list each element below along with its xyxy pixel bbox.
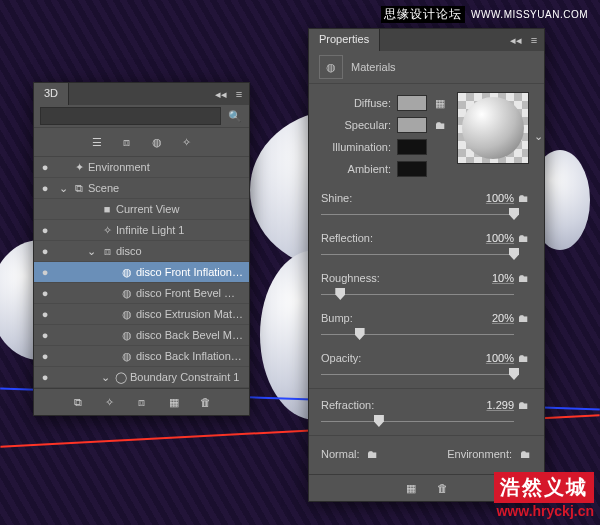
tree-item-label: disco Back Inflation Mate... xyxy=(136,350,243,362)
swatch-ambient[interactable] xyxy=(397,161,427,177)
visibility-icon[interactable]: ● xyxy=(34,266,56,278)
tab-3d[interactable]: 3D xyxy=(34,83,69,105)
tree-row[interactable]: ●◍disco Extrusion Material xyxy=(34,304,249,325)
item-type-icon: ◯ xyxy=(112,371,130,384)
folder-refraction-icon[interactable]: 🖿 xyxy=(514,399,532,411)
footer-render-icon[interactable]: ▦ xyxy=(403,480,419,496)
visibility-icon[interactable]: ● xyxy=(34,308,56,320)
twisty-icon[interactable]: ⌄ xyxy=(56,182,70,195)
slider-label: Roughness: xyxy=(321,272,464,284)
slider-label: Bump: xyxy=(321,312,464,324)
tree-item-label: disco Front Inflation Mat... xyxy=(136,266,243,278)
visibility-icon[interactable]: ● xyxy=(34,182,56,194)
label-illumination: Illumination: xyxy=(321,141,391,153)
visibility-icon[interactable]: ● xyxy=(34,245,56,257)
item-type-icon: ◍ xyxy=(118,350,136,363)
slider-track[interactable] xyxy=(321,328,514,340)
filter-material-icon[interactable]: ◍ xyxy=(149,134,165,150)
folder-icon[interactable]: 🖿 xyxy=(514,232,532,244)
footer-light-icon[interactable]: ✧ xyxy=(102,394,118,410)
trash-icon[interactable]: 🗑 xyxy=(435,480,451,496)
slider-value[interactable]: 20% xyxy=(464,312,514,324)
slider-track[interactable] xyxy=(321,208,514,220)
tab-properties[interactable]: Properties xyxy=(309,29,380,51)
search-icon[interactable]: 🔍 xyxy=(227,108,243,124)
panel-properties-tabbar: Properties ◂◂ ≡ xyxy=(309,29,544,51)
item-type-icon: ⧉ xyxy=(70,182,88,195)
tree-row[interactable]: ●✦Environment xyxy=(34,157,249,178)
tree-row[interactable]: ■Current View xyxy=(34,199,249,220)
slider-track[interactable] xyxy=(321,248,514,260)
visibility-icon[interactable]: ● xyxy=(34,161,56,173)
folder-normal-icon[interactable]: 🖿 xyxy=(366,447,380,461)
filter-mesh-icon[interactable]: ⧈ xyxy=(119,134,135,150)
value-refraction[interactable]: 1.299 xyxy=(464,399,514,411)
slider-track[interactable] xyxy=(321,368,514,380)
footer-camera-icon[interactable]: ⧈ xyxy=(134,394,150,410)
footer-render-icon[interactable]: ▦ xyxy=(166,394,182,410)
slider-value[interactable]: 100% xyxy=(464,192,514,204)
trash-icon[interactable]: 🗑 xyxy=(198,394,214,410)
search-3d: 🔍 xyxy=(34,105,249,128)
visibility-icon[interactable]: ● xyxy=(34,371,56,383)
swatch-diffuse[interactable] xyxy=(397,95,427,111)
material-preview[interactable] xyxy=(457,92,529,164)
search-input-3d[interactable] xyxy=(40,107,221,125)
texture-diffuse-icon[interactable]: ▦ xyxy=(433,96,447,110)
folder-environment-icon[interactable]: 🖿 xyxy=(518,447,532,461)
item-type-icon: ■ xyxy=(98,203,116,215)
filter-light-icon[interactable]: ✧ xyxy=(179,134,195,150)
tree-row[interactable]: ●⌄⧉Scene xyxy=(34,178,249,199)
label-refraction: Refraction: xyxy=(321,399,464,411)
watermark-top-en: WWW.MISSYUAN.COM xyxy=(471,9,588,20)
tree-item-label: disco Back Bevel Material xyxy=(136,329,243,341)
slider-refraction[interactable] xyxy=(321,415,514,427)
panel-3d: 3D ◂◂ ≡ 🔍 ☰ ⧈ ◍ ✧ ●✦Environment●⌄⧉Scene■… xyxy=(33,82,250,416)
slider-value[interactable]: 100% xyxy=(464,352,514,364)
filter-all-icon[interactable]: ☰ xyxy=(89,134,105,150)
item-type-icon: ◍ xyxy=(118,287,136,300)
slider-label: Reflection: xyxy=(321,232,464,244)
visibility-icon[interactable]: ● xyxy=(34,350,56,362)
folder-icon[interactable]: 🖿 xyxy=(514,192,532,204)
tree-item-label: disco Front Bevel Material xyxy=(136,287,243,299)
panel-properties: Properties ◂◂ ≡ ◍ Materials Diffuse: ▦ S… xyxy=(308,28,545,502)
tree-item-label: disco xyxy=(116,245,243,257)
menu-icon[interactable]: ≡ xyxy=(233,88,245,100)
swatch-illumination[interactable] xyxy=(397,139,427,155)
tree-3d: ●✦Environment●⌄⧉Scene■Current View●✧Infi… xyxy=(34,157,249,388)
folder-icon[interactable]: 🖿 xyxy=(514,352,532,364)
label-diffuse: Diffuse: xyxy=(321,97,391,109)
tree-item-label: Scene xyxy=(88,182,243,194)
collapse-icon[interactable]: ◂◂ xyxy=(510,34,522,47)
tree-row[interactable]: ●◍disco Back Inflation Mate... xyxy=(34,346,249,367)
tree-row[interactable]: ●◍disco Front Bevel Material xyxy=(34,283,249,304)
tree-item-label: Environment xyxy=(88,161,243,173)
twisty-icon[interactable]: ⌄ xyxy=(84,245,98,258)
slider-value[interactable]: 10% xyxy=(464,272,514,284)
section-title: Materials xyxy=(351,61,396,73)
visibility-icon[interactable]: ● xyxy=(34,329,56,341)
twisty-icon[interactable]: ⌄ xyxy=(98,371,112,384)
folder-icon[interactable]: 🖿 xyxy=(514,312,532,324)
preview-dropdown-icon[interactable]: ⌄ xyxy=(531,129,545,143)
slider-track[interactable] xyxy=(321,288,514,300)
panel-3d-tabbar: 3D ◂◂ ≡ xyxy=(34,83,249,105)
tree-row[interactable]: ●⌄◯Boundary Constraint 1 xyxy=(34,367,249,388)
swatch-specular[interactable] xyxy=(397,117,427,133)
tree-row[interactable]: ●⌄⧈disco xyxy=(34,241,249,262)
tree-row[interactable]: ●✧Infinite Light 1 xyxy=(34,220,249,241)
folder-icon[interactable]: 🖿 xyxy=(514,272,532,284)
watermark-bottom-right: 浩然义城 www.hryckj.cn xyxy=(494,472,594,519)
visibility-icon[interactable]: ● xyxy=(34,224,56,236)
tree-row[interactable]: ●◍disco Front Inflation Mat... xyxy=(34,262,249,283)
item-type-icon: ✦ xyxy=(70,161,88,174)
collapse-icon[interactable]: ◂◂ xyxy=(215,88,227,101)
slider-value[interactable]: 100% xyxy=(464,232,514,244)
folder-specular-icon[interactable]: 🖿 xyxy=(433,118,447,132)
tree-row[interactable]: ●◍disco Back Bevel Material xyxy=(34,325,249,346)
menu-icon[interactable]: ≡ xyxy=(528,34,540,46)
watermark-top-cn: 思缘设计论坛 xyxy=(381,6,465,23)
footer-scene-icon[interactable]: ⧉ xyxy=(70,394,86,410)
visibility-icon[interactable]: ● xyxy=(34,287,56,299)
